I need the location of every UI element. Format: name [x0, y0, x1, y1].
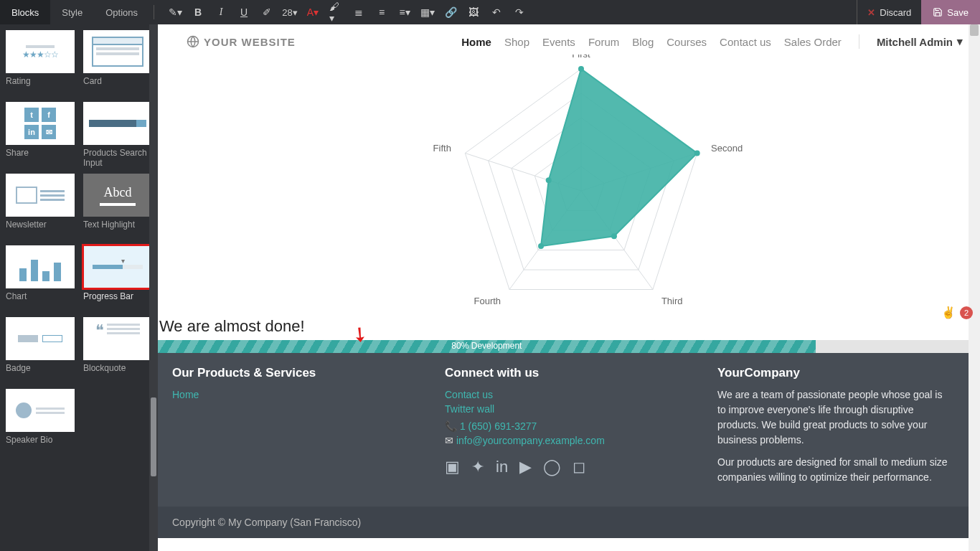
- footer-col3-title: YourCompany: [717, 366, 951, 380]
- nav-forum[interactable]: Forum: [588, 36, 619, 48]
- footer-copyright: Copyright © My Company (San Francisco): [158, 507, 980, 538]
- svg-text:First: First: [572, 55, 590, 60]
- linkedin-icon[interactable]: in: [496, 458, 508, 476]
- underline-icon[interactable]: U: [237, 6, 250, 19]
- block-rating[interactable]: ★★★☆☆ Rating: [6, 30, 77, 96]
- font-size-select[interactable]: 28 ▾: [283, 6, 296, 19]
- chevron-down-icon: ▾: [957, 35, 963, 48]
- block-share[interactable]: tfin✉ Share: [6, 102, 77, 168]
- nav-contact[interactable]: Contact us: [720, 36, 771, 48]
- block-badge[interactable]: Badge: [6, 317, 77, 383]
- bold-icon[interactable]: B: [192, 6, 204, 19]
- facebook-icon[interactable]: ▣: [445, 458, 460, 476]
- save-button[interactable]: Save: [921, 0, 980, 24]
- save-icon: [933, 7, 943, 17]
- progress-text: 80% Development: [158, 341, 816, 351]
- footer-col1-title: Our Products & Services: [172, 366, 416, 380]
- editor-toolbar: Blocks Style Options ✎▾ B I U ✐ 28 ▾ A▾ …: [0, 0, 980, 24]
- footer-link-twitterwall[interactable]: Twitter wall: [445, 403, 494, 415]
- footer-para-1: We are a team of passionate people whose…: [717, 387, 951, 448]
- svg-point-21: [546, 177, 552, 183]
- nav-home[interactable]: Home: [461, 36, 491, 48]
- radar-chart: FirstSecondThirdFourthFifth: [158, 55, 980, 313]
- progress-title[interactable]: We are almost done!: [159, 313, 980, 340]
- page-scrollbar[interactable]: [969, 24, 980, 551]
- italic-icon[interactable]: I: [215, 6, 227, 19]
- svg-text:Fourth: Fourth: [474, 296, 501, 306]
- block-products-search[interactable]: Products Search Input: [83, 102, 155, 168]
- svg-text:Fifth: Fifth: [433, 143, 451, 154]
- wand-icon[interactable]: ✎▾: [169, 6, 182, 19]
- block-progress-bar[interactable]: Progress Bar: [83, 245, 155, 311]
- link-icon[interactable]: 🔗: [444, 6, 457, 19]
- clear-format-icon[interactable]: ✐: [260, 6, 273, 19]
- tab-blocks[interactable]: Blocks: [0, 0, 50, 24]
- footer-col2-title: Connect with us: [445, 366, 689, 380]
- undo-icon[interactable]: ↶: [490, 6, 503, 19]
- sidebar-scrollbar[interactable]: [149, 24, 158, 551]
- nav-courses[interactable]: Courses: [666, 36, 707, 48]
- overlay-emoji-icon[interactable]: ✌️: [941, 306, 956, 319]
- globe-icon: [187, 35, 199, 48]
- mail-icon: ✉: [445, 435, 453, 446]
- footer-email[interactable]: info@yourcompany.example.com: [456, 435, 605, 446]
- discard-button[interactable]: ✕Discard: [857, 0, 921, 24]
- table-icon[interactable]: ▦▾: [421, 6, 434, 19]
- instagram-icon[interactable]: ◻: [573, 458, 585, 476]
- svg-point-20: [538, 243, 544, 249]
- block-card[interactable]: Card: [83, 30, 155, 96]
- nav-blog[interactable]: Blog: [632, 36, 654, 48]
- nav-shop[interactable]: Shop: [504, 36, 529, 48]
- site-footer: Our Products & Services Home Connect wit…: [158, 353, 980, 507]
- twitter-icon[interactable]: ✦: [471, 458, 484, 476]
- redo-icon[interactable]: ↷: [513, 6, 526, 19]
- svg-point-18: [694, 150, 700, 156]
- github-icon[interactable]: ◯: [543, 458, 561, 476]
- font-color-icon[interactable]: A▾: [306, 6, 319, 19]
- block-text-highlight[interactable]: Abcd Text Highlight: [83, 174, 155, 240]
- youtube-icon[interactable]: ▶: [519, 458, 532, 476]
- list-ol-icon[interactable]: ≡: [375, 6, 388, 19]
- footer-link-contact[interactable]: Contact us: [445, 389, 493, 400]
- align-icon[interactable]: ≡▾: [398, 6, 411, 19]
- block-chart[interactable]: Chart: [6, 245, 77, 311]
- svg-point-17: [578, 66, 584, 72]
- footer-para-2: Our products are designed for small to m…: [717, 455, 951, 485]
- nav-salesorder[interactable]: Sales Order: [784, 36, 842, 48]
- tab-options[interactable]: Options: [94, 0, 149, 24]
- svg-point-19: [611, 233, 617, 239]
- brand-logo[interactable]: YOUR WEBSITE: [187, 35, 296, 48]
- block-blockquote[interactable]: ❝ Blockquote: [83, 317, 155, 383]
- site-nav: Home Shop Events Forum Blog Courses Cont…: [461, 34, 963, 49]
- footer-phone[interactable]: 1 (650) 691-3277: [460, 420, 537, 432]
- list-ul-icon[interactable]: ≣: [352, 6, 365, 19]
- block-speaker-bio[interactable]: Speaker Bio: [6, 389, 77, 455]
- footer-link-home[interactable]: Home: [172, 389, 199, 400]
- progress-bar[interactable]: 80% Development: [158, 340, 980, 353]
- overlay-count-badge[interactable]: 2: [960, 306, 973, 319]
- nav-events[interactable]: Events: [542, 36, 575, 48]
- website-preview: YOUR WEBSITE Home Shop Events Forum Blog…: [158, 24, 980, 551]
- image-icon[interactable]: 🖼: [467, 6, 480, 19]
- blocks-sidebar: ★★★☆☆ Rating Card tfin✉ Share Products S…: [0, 24, 158, 551]
- highlight-icon[interactable]: 🖌▾: [329, 6, 342, 19]
- svg-marker-16: [541, 69, 697, 246]
- svg-text:Third: Third: [661, 296, 683, 306]
- svg-text:Second: Second: [711, 143, 743, 154]
- block-newsletter[interactable]: Newsletter: [6, 174, 77, 240]
- tab-style[interactable]: Style: [50, 0, 94, 24]
- user-menu[interactable]: Mitchell Admin ▾: [877, 35, 963, 48]
- phone-icon: 📞: [445, 420, 457, 432]
